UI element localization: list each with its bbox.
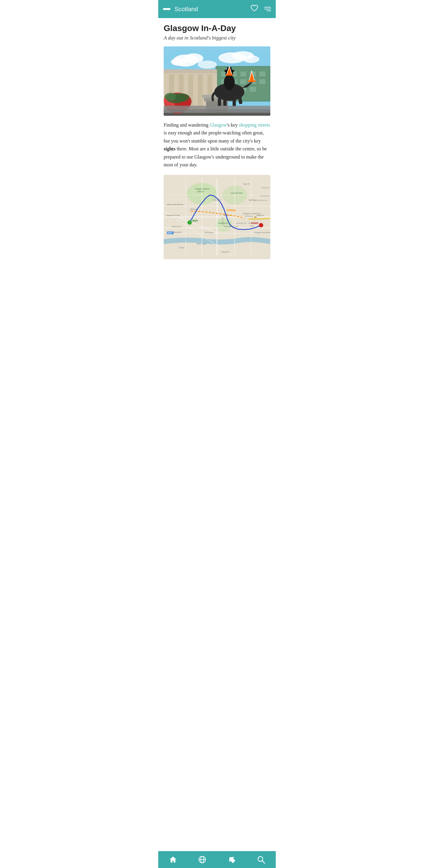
svg-point-41	[175, 93, 189, 101]
svg-text:River Clyde: River Clyde	[196, 243, 207, 245]
nav-right-icons	[250, 4, 271, 13]
svg-rect-46	[218, 98, 221, 106]
svg-rect-14	[259, 71, 266, 76]
svg-rect-28	[198, 73, 203, 106]
top-navigation: Scotland	[158, 0, 276, 18]
svg-text:Gardens: Gardens	[197, 191, 204, 193]
svg-text:Tradeston: Tradeston	[221, 251, 230, 253]
svg-rect-48	[233, 98, 236, 106]
svg-line-121	[262, 861, 265, 863]
svg-rect-19	[259, 79, 266, 84]
svg-text:Finish: Finish	[251, 222, 258, 224]
svg-text:BAIRD ST: BAIRD ST	[257, 215, 265, 217]
svg-text:UNIVERSITY AVE: UNIVERSITY AVE	[166, 215, 180, 217]
hero-image	[164, 46, 270, 116]
route-map[interactable]: Glasgow Botanic Gardens Cowlairs Park Wo…	[164, 175, 270, 259]
svg-rect-35	[164, 69, 217, 73]
svg-text:FOSSIL RD: FOSSIL RD	[261, 187, 270, 189]
article-subtitle: A day out in Scotland's biggest city	[164, 35, 270, 41]
svg-text:Start: Start	[192, 219, 198, 222]
svg-rect-61	[164, 109, 270, 113]
svg-rect-59	[226, 74, 233, 76]
directions-nav-button[interactable]	[217, 851, 247, 868]
svg-point-3	[171, 58, 187, 66]
svg-rect-12	[240, 71, 246, 76]
overflow-menu-button[interactable]	[264, 7, 271, 11]
svg-point-2	[184, 53, 204, 63]
svg-rect-47	[223, 98, 227, 106]
body-text-intro: Finding and wandering	[164, 122, 210, 127]
glasgow-link[interactable]: Glasgow	[210, 122, 227, 127]
svg-rect-56	[248, 81, 255, 82]
svg-point-106	[187, 220, 192, 225]
svg-text:Finnieston: Finnieston	[205, 232, 214, 234]
svg-text:A814: A814	[167, 232, 173, 234]
svg-text:City: City	[250, 225, 253, 227]
svg-rect-23	[250, 87, 256, 92]
main-content: Glasgow In-A-Day A day out in Scotland's…	[158, 18, 276, 283]
hero-image-container	[164, 46, 270, 116]
home-nav-button[interactable]	[158, 851, 188, 868]
svg-point-40	[164, 93, 177, 100]
search-nav-button[interactable]	[247, 851, 276, 868]
svg-point-108	[259, 223, 264, 227]
svg-text:ARGYLE ST: ARGYLE ST	[172, 226, 181, 227]
svg-text:Glasgow Botanic: Glasgow Botanic	[195, 188, 210, 190]
svg-text:Govan: Govan	[179, 247, 184, 249]
svg-text:PHOENIX RD: PHOENIX RD	[236, 222, 247, 224]
svg-text:Glasgow Necropolis: Glasgow Necropolis	[254, 232, 270, 234]
body-text-key: 's key	[227, 122, 239, 127]
article-body-text: Finding and wandering Glasgow's key shop…	[164, 121, 270, 169]
svg-text:Clay Pit: Clay Pit	[243, 183, 250, 185]
svg-text:GREAT WESTERN RD: GREAT WESTERN RD	[166, 204, 183, 206]
explore-nav-button[interactable]	[188, 851, 217, 868]
map-image: Glasgow Botanic Gardens Cowlairs Park Wo…	[164, 175, 270, 259]
svg-text:PETERSHILL RD: PETERSHILL RD	[260, 195, 270, 197]
svg-rect-17	[240, 79, 246, 84]
bottom-navigation	[158, 851, 276, 868]
nav-title: Scotland	[175, 6, 250, 13]
hamburger-menu-button[interactable]	[163, 8, 170, 10]
svg-point-7	[198, 61, 217, 69]
article-title: Glasgow In-A-Day	[164, 24, 270, 33]
svg-text:M8: M8	[254, 216, 257, 218]
svg-marker-119	[227, 855, 236, 864]
shopping-streets-link[interactable]: shopping streets	[239, 122, 270, 127]
svg-text:NORTH ST: NORTH ST	[222, 217, 224, 225]
svg-text:University: University	[244, 215, 253, 218]
svg-text:Garnethill: Garnethill	[213, 199, 221, 201]
sights-bold: sights	[164, 146, 176, 151]
svg-text:Glasgow Caledonian: Glasgow Caledonian	[243, 213, 261, 215]
svg-text:KEPPOCHILL RD: KEPPOCHILL RD	[254, 200, 267, 202]
favourite-button[interactable]	[250, 4, 258, 13]
svg-point-6	[243, 56, 259, 63]
svg-text:Cowlairs Park: Cowlairs Park	[230, 192, 243, 194]
body-text-main: is easy enough and the people-watching o…	[164, 130, 267, 167]
